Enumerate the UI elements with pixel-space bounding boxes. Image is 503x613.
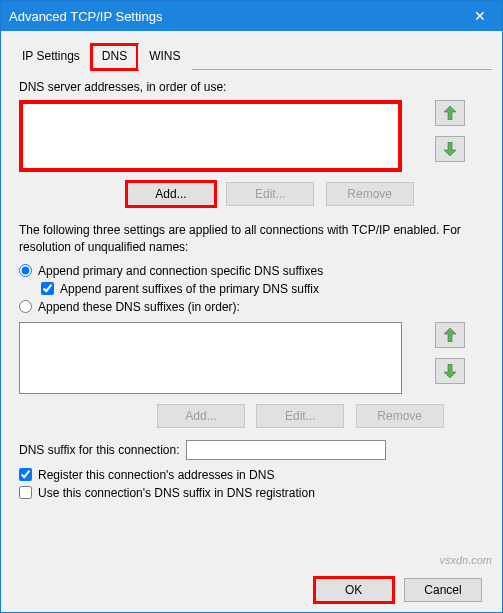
dns-panel: DNS server addresses, in order of use: A… [11,70,492,512]
dialog-window: Advanced TCP/IP Settings ✕ IP Settings D… [0,0,503,613]
arrow-up-icon [444,328,456,342]
move-down-button[interactable] [435,136,465,162]
append-parent-checkbox[interactable] [41,282,54,295]
add-server-button[interactable]: Add... [127,182,215,206]
connection-suffix-row: DNS suffix for this connection: [19,440,484,460]
arrow-down-icon [444,364,456,378]
register-row: Register this connection's addresses in … [19,468,484,482]
append-these-row: Append these DNS suffixes (in order): [19,300,484,314]
suffix-reorder [435,322,465,394]
ok-button[interactable]: OK [315,578,393,602]
connection-suffix-input[interactable] [186,440,386,460]
edit-server-button[interactable]: Edit... [226,182,314,206]
tab-strip: IP Settings DNS WINS [11,43,492,70]
use-suffix-checkbox[interactable] [19,486,32,499]
suffix-list-row [19,322,484,394]
tab-wins-label: WINS [149,49,180,63]
dns-servers-buttons: Add... Edit... Remove [19,182,484,206]
register-checkbox[interactable] [19,468,32,481]
watermark-text: vsxdn.com [439,554,492,566]
title-bar[interactable]: Advanced TCP/IP Settings ✕ [1,1,502,31]
register-label: Register this connection's addresses in … [38,468,274,482]
dialog-footer: OK Cancel [315,578,490,602]
append-primary-row: Append primary and connection specific D… [19,264,484,278]
append-parent-row: Append parent suffixes of the primary DN… [41,282,484,296]
close-icon: ✕ [474,8,486,24]
dns-servers-reorder [435,100,465,172]
suffix-buttons: Add... Edit... Remove [19,404,484,428]
tab-dns-label: DNS [102,49,127,63]
tab-ip-settings[interactable]: IP Settings [11,44,91,70]
arrow-down-icon [444,142,456,156]
dns-servers-row [19,100,484,172]
remove-server-button[interactable]: Remove [326,182,414,206]
connections-description: The following three settings are applied… [19,222,484,256]
suffix-move-down-button[interactable] [435,358,465,384]
dialog-content: IP Settings DNS WINS DNS server addresse… [1,31,502,522]
tab-ip-settings-label: IP Settings [22,49,80,63]
append-these-label: Append these DNS suffixes (in order): [38,300,240,314]
use-suffix-row: Use this connection's DNS suffix in DNS … [19,486,484,500]
append-primary-radio[interactable] [19,264,32,277]
dns-servers-list[interactable] [19,100,402,172]
window-title: Advanced TCP/IP Settings [9,9,162,24]
suffix-move-up-button[interactable] [435,322,465,348]
arrow-up-icon [444,106,456,120]
add-suffix-button[interactable]: Add... [157,404,245,428]
append-primary-label: Append primary and connection specific D… [38,264,323,278]
dns-servers-label: DNS server addresses, in order of use: [19,80,484,94]
tab-dns[interactable]: DNS [91,44,138,70]
append-parent-label: Append parent suffixes of the primary DN… [60,282,319,296]
append-these-radio[interactable] [19,300,32,313]
suffix-list[interactable] [19,322,402,394]
remove-suffix-button[interactable]: Remove [356,404,444,428]
tab-wins[interactable]: WINS [138,44,191,70]
move-up-button[interactable] [435,100,465,126]
connection-suffix-label: DNS suffix for this connection: [19,443,180,457]
close-button[interactable]: ✕ [457,1,502,31]
edit-suffix-button[interactable]: Edit... [256,404,344,428]
use-suffix-label: Use this connection's DNS suffix in DNS … [38,486,315,500]
cancel-button[interactable]: Cancel [404,578,482,602]
